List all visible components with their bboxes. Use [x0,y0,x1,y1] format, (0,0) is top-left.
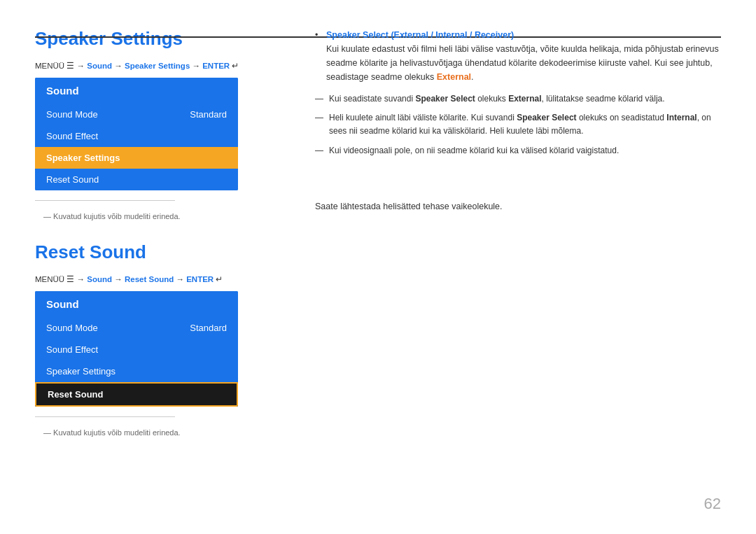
menu-item-sound-mode-2[interactable]: Sound Mode Standard [35,317,238,339]
internal-bold: Internal [666,113,696,122]
reset-sound-section: Reset Sound MENÜÜ ☰ → Sound → Reset Soun… [35,241,280,437]
arrow-3: → [192,62,203,70]
speaker-select-section: Speaker Select (External / Internal / Re… [315,28,721,157]
reset-sound-menu-box: Sound Sound Mode Standard Sound Effect S… [35,291,238,407]
arrow-4: → [77,275,88,283]
reset-sound-separator [35,416,175,417]
menu-item-reset-sound-1[interactable]: Reset Sound [35,169,238,190]
menu-icon-2: ☰ [66,275,76,283]
sound-effect-label-2: Sound Effect [46,344,98,355]
reset-sound-title: Reset Sound [35,241,280,263]
speaker-settings-label: Speaker Settings [46,153,120,163]
reset-sound-label-1: Reset Sound [46,174,99,185]
dash-item-1: Kui seadistate suvandi Speaker Select ol… [315,92,721,106]
sound-mode-value-2: Standard [190,323,227,333]
path-reset-sound: Reset Sound [125,275,174,283]
menu-item-speaker-settings-2[interactable]: Speaker Settings [35,360,238,382]
sound-effect-label-1: Sound Effect [46,131,98,141]
arrow-6: → [176,275,186,283]
dash-item-2: Heli kuulete ainult läbi väliste kölarit… [315,111,721,138]
reset-sound-description: Saate lähtestada helisätted tehase vaike… [315,199,721,213]
external-text-1: External [437,72,471,82]
reset-sound-menu-header: Sound [35,291,238,317]
speaker-settings-note: Kuvatud kujutis võib mudeliti erineda. [35,212,280,220]
reset-sound-note: Kuvatud kujutis võib mudeliti erineda. [35,428,280,437]
sound-mode-value-1: Standard [190,109,227,120]
speaker-settings-separator [35,200,175,201]
speaker-select-text: Kui kuulate edastust või filmi heli läbi… [326,44,719,82]
path-speaker-settings: Speaker Settings [125,62,190,70]
speaker-select-bold-1: Speaker Select [415,94,475,104]
menu-path-prefix: MENÜÜ [35,62,66,70]
arrow-2: → [114,62,125,70]
sound-mode-label-1: Sound Mode [46,109,98,120]
path-enter-1: ENTER [202,62,230,70]
path-sound-2: Sound [87,275,112,283]
enter-icon-2: ↵ [216,275,223,283]
menu-path-prefix-2: MENÜÜ [35,275,66,283]
arrow-1: → [77,62,88,70]
menu-item-sound-mode-1[interactable]: Sound Mode Standard [35,104,238,125]
speaker-select-bold-2: Speaker Select [517,113,576,122]
speaker-settings-section: Speaker Settings MENÜÜ ☰ → Sound → Speak… [35,28,280,220]
reset-sound-label-active: Reset Sound [48,389,103,400]
menu-item-speaker-settings[interactable]: Speaker Settings [35,147,238,169]
menu-item-sound-effect-2[interactable]: Sound Effect [35,339,238,360]
reset-sound-menu-path: MENÜÜ ☰ → Sound → Reset Sound → ENTER ↵ [35,274,280,284]
speaker-settings-menu-box: Sound Sound Mode Standard Sound Effect S… [35,78,238,190]
speaker-settings-menu-path: MENÜÜ ☰ → Sound → Speaker Settings → ENT… [35,61,280,71]
dash-item-3: Kui videosignaali pole, on nii seadme kö… [315,144,721,157]
arrow-5: → [114,275,125,283]
enter-icon-1: ↵ [232,62,239,70]
speaker-settings-title: Speaker Settings [35,28,280,50]
sound-mode-label-2: Sound Mode [46,323,98,333]
speaker-select-title: Speaker Select (External / Internal / Re… [326,30,514,40]
menu-item-sound-effect-1[interactable]: Sound Effect [35,125,238,147]
external-bold-1: External [508,94,541,104]
menu-item-reset-sound-active[interactable]: Reset Sound [35,382,238,407]
speaker-select-bullet: Speaker Select (External / Internal / Re… [315,28,721,84]
speaker-settings-menu-header: Sound [35,78,238,104]
left-column: Speaker Settings MENÜÜ ☰ → Sound → Speak… [35,28,301,513]
menu-icon-1: ☰ [66,62,76,70]
path-sound-1: Sound [87,62,112,70]
speaker-settings-label-2: Speaker Settings [46,366,115,377]
page-number: 62 [704,495,721,513]
right-column: Speaker Select (External / Internal / Re… [301,28,721,513]
path-enter-2: ENTER [186,275,214,283]
